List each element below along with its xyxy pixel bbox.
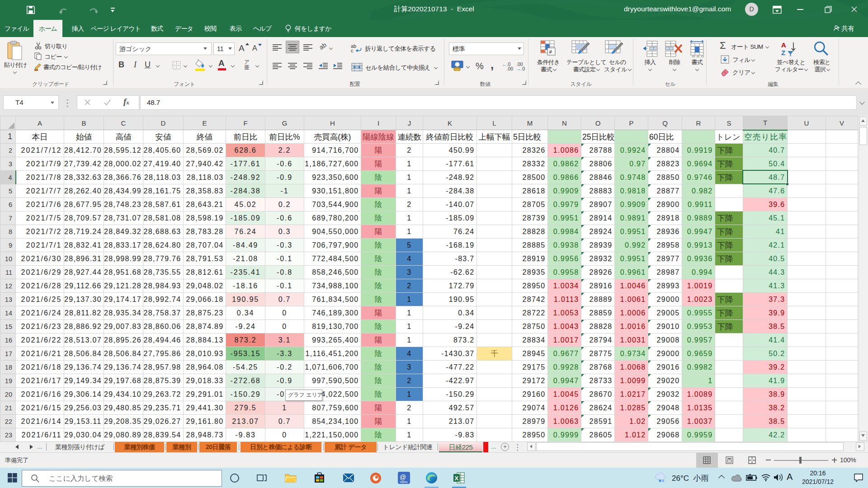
- svg-text:≠: ≠: [549, 48, 552, 55]
- svg-text:A: A: [781, 41, 786, 49]
- svg-text:menu: menu: [400, 480, 408, 483]
- svg-text:@: @: [400, 474, 406, 481]
- svg-text:c: c: [351, 48, 354, 53]
- svg-text:X: X: [455, 475, 459, 482]
- svg-text:Z: Z: [781, 49, 785, 56]
